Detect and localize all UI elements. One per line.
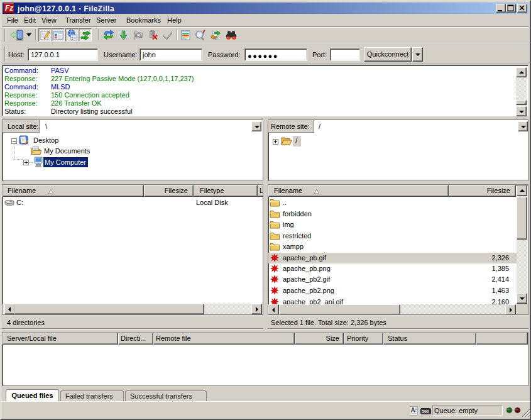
- svg-text:A: A: [411, 407, 415, 414]
- svg-text:500: 500: [422, 409, 429, 414]
- svg-text:Fz: Fz: [5, 4, 13, 13]
